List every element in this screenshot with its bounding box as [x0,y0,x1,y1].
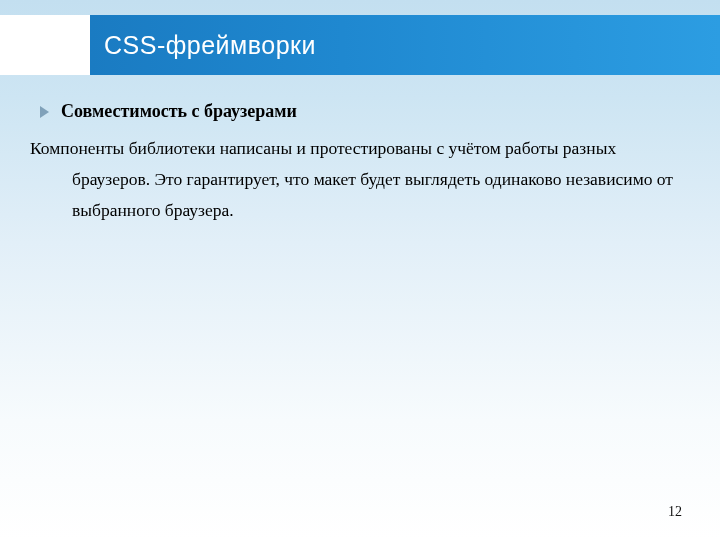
body-paragraph: Компоненты библиотеки написаны и протест… [30,133,680,225]
bullet-heading: Совместимость с браузерами [61,100,297,123]
slide-title: CSS-фреймворки [104,31,316,60]
header-accent-block [0,15,90,75]
header-title-block: CSS-фреймворки [90,15,720,75]
header-bar: CSS-фреймворки [0,15,720,75]
content-area: Совместимость с браузерами Компоненты би… [30,100,680,225]
bullet-item: Совместимость с браузерами [40,100,680,123]
slide: CSS-фреймворки Совместимость с браузерам… [0,0,720,540]
bullet-icon [40,106,49,118]
page-number: 12 [668,504,682,520]
